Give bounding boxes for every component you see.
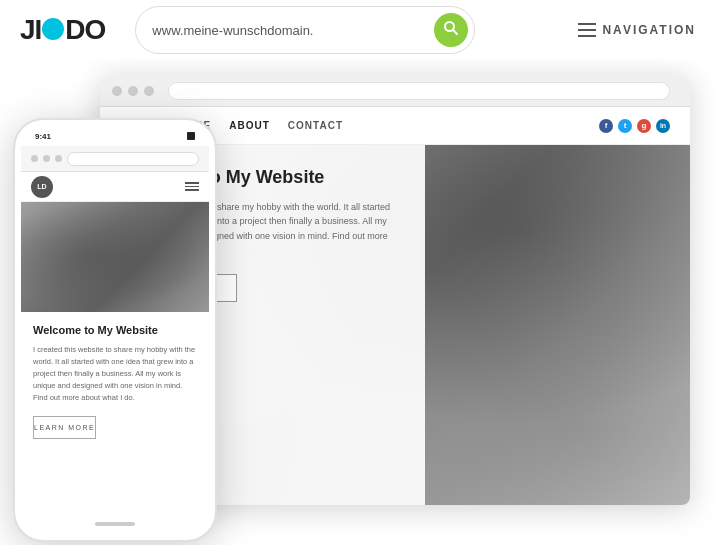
hamburger-line [185,189,199,191]
nav-item-contact[interactable]: CONTACT [288,120,343,131]
mobile-browser-dot-2 [43,155,50,162]
signal-icon [187,132,195,140]
mobile-url-bar [67,152,199,166]
mobile-hamburger[interactable] [185,182,199,191]
mobile-browser-dot [31,155,38,162]
mobile-time: 9:41 [35,132,51,141]
search-bar [135,6,475,54]
search-icon [443,20,459,40]
twitter-icon[interactable]: t [618,119,632,133]
browser-dot-1 [112,86,122,96]
mobile-content: LD Welcome to My Website I created this … [21,172,209,504]
mobile-home-indicator [95,522,135,526]
mobile-mockup: 9:41 LD Welcome to My Website [15,120,215,540]
nav-item-about[interactable]: ABOUT [229,120,270,131]
browser-url-bar [168,82,670,100]
search-input[interactable] [152,23,434,38]
mobile-learn-more-button[interactable]: LEARN MORE [33,416,96,439]
logo-circle [42,18,64,40]
navigation-label: NAVIGATION [602,23,696,37]
search-button[interactable] [434,13,468,47]
mobile-site-nav: LD [21,172,209,202]
googleplus-icon[interactable]: g [637,119,651,133]
hamburger-line [578,29,596,31]
main-area: HOME STORE ABOUT CONTACT f t g [0,60,716,545]
logo: JI DO [20,14,105,46]
facebook-icon[interactable]: f [599,119,613,133]
browser-dot-3 [144,86,154,96]
browser-bar [100,75,690,107]
mobile-site-body: Welcome to My Website I created this web… [21,312,209,451]
svg-line-1 [453,30,457,34]
nav-right: NAVIGATION [578,23,696,37]
hamburger-line [185,186,199,188]
mobile-browser-bar [21,146,209,172]
mobile-site-title: Welcome to My Website [33,324,197,336]
mobile-browser-dot-3 [55,155,62,162]
mobile-status-bar: 9:41 [21,126,209,146]
hamburger-line [185,182,199,184]
social-icons: f t g in [599,119,670,133]
mobile-site-text: I created this website to share my hobby… [33,344,197,404]
browser-dot-2 [128,86,138,96]
mobile-hero-image [21,202,209,312]
hamburger-line [578,35,596,37]
logo-text-do: DO [65,14,105,46]
logo-text-jim: JI [20,14,41,46]
mobile-status-icons [187,132,195,140]
top-bar: JI DO NAVIGATION [0,0,716,60]
hamburger-menu[interactable] [578,23,596,37]
hamburger-line [578,23,596,25]
mobile-avatar: LD [31,176,53,198]
linkedin-icon[interactable]: in [656,119,670,133]
